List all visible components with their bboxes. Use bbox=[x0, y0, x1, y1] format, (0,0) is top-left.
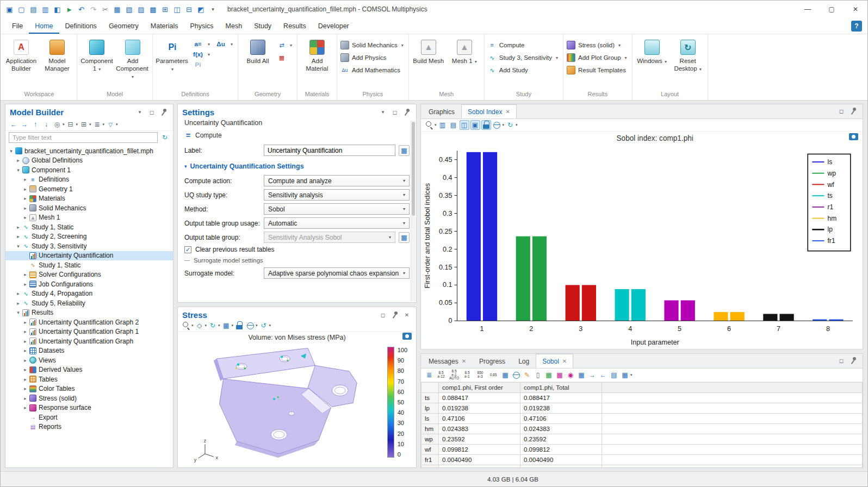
cut-icon[interactable]: ✂ bbox=[100, 3, 111, 15]
add-mathematics-icon[interactable]: Δu bbox=[340, 66, 349, 74]
model-tree-icon[interactable]: ≣ bbox=[92, 120, 102, 129]
expand-arrow-icon[interactable]: ▸ bbox=[22, 405, 29, 410]
tree-item-response-surface[interactable]: ▸Response surface bbox=[5, 403, 173, 413]
tab-sobol-index[interactable]: Sobol Index✕ bbox=[461, 104, 517, 118]
ribbon-component-1[interactable]: Component 1 ▾ bbox=[79, 36, 114, 89]
expand-arrow-icon[interactable]: ▸ bbox=[15, 301, 22, 306]
value-cell[interactable]: 0.024383 bbox=[439, 424, 520, 434]
table-row[interactable]: wf0.0998120.099812 bbox=[421, 445, 863, 455]
import-table-icon[interactable]: ← bbox=[598, 370, 608, 380]
pin-icon[interactable] bbox=[848, 106, 858, 116]
ribbon-application-builder[interactable]: AApplication Builder bbox=[4, 36, 39, 89]
ribbon-study-3-sensitivity[interactable]: ∿Study 3, Sensitivity▾ bbox=[487, 52, 561, 63]
dropdown-caret-icon[interactable]: ▾ bbox=[435, 123, 437, 127]
table-menu-icon[interactable]: ▦ bbox=[620, 370, 630, 380]
tab-log[interactable]: Log bbox=[512, 354, 536, 368]
table-icon[interactable]: ▦ bbox=[221, 321, 231, 330]
dropdown-caret-icon[interactable]: ▾ bbox=[116, 122, 118, 127]
menu-definitions[interactable]: Definitions bbox=[59, 18, 103, 34]
tree-item-study-1-static[interactable]: ▸∿Study 1, Static bbox=[5, 222, 173, 232]
rename-button[interactable]: ▦ bbox=[399, 145, 410, 156]
tree-item-solid-mechanics[interactable]: ▸Solid Mechanics bbox=[5, 203, 173, 213]
axis-frame-icon[interactable]: ▣ bbox=[470, 120, 480, 130]
dropdown-caret-icon[interactable]: ▾ bbox=[218, 323, 220, 328]
pin-icon[interactable] bbox=[159, 107, 169, 117]
menu-geometry[interactable]: Geometry bbox=[103, 18, 145, 34]
ribbon-build-all[interactable]: Build All bbox=[240, 36, 275, 89]
row-header-cell[interactable]: lp bbox=[421, 403, 439, 414]
format-e3-icon[interactable]: 850 e-3 bbox=[474, 370, 486, 380]
add-physics-icon[interactable] bbox=[340, 53, 349, 62]
solid-mechanics-icon[interactable] bbox=[340, 41, 349, 49]
row-header-cell[interactable]: hm bbox=[421, 424, 439, 434]
value-cell[interactable]: 0.23592 bbox=[439, 434, 520, 445]
tree-item-tables[interactable]: ▸Tables bbox=[5, 374, 173, 384]
zoom-table-icon[interactable]: ◩ bbox=[195, 3, 207, 15]
open-icon[interactable]: ▤ bbox=[28, 3, 39, 15]
refresh-icon[interactable]: ↻ bbox=[208, 321, 218, 330]
expand-arrow-icon[interactable]: ▸ bbox=[22, 272, 29, 277]
expand-arrow-icon[interactable]: ▸ bbox=[15, 291, 22, 296]
ribbon-solid-mechanics[interactable]: Solid Mechanics▾ bbox=[339, 40, 406, 51]
value-cell[interactable]: 0.019238 bbox=[520, 403, 602, 414]
help-button[interactable]: ? bbox=[851, 21, 862, 32]
menu-home[interactable]: Home bbox=[29, 18, 59, 34]
ribbon-result-templates[interactable]: Result Templates bbox=[566, 65, 630, 76]
tree-item-study-5-reliability[interactable]: ▸∿Study 5, Reliability bbox=[5, 298, 173, 308]
refresh-icon[interactable]: ↻ bbox=[505, 120, 515, 130]
minimize-button[interactable]: — bbox=[796, 1, 820, 18]
float-icon[interactable]: ◻ bbox=[390, 107, 400, 117]
expand-arrow-icon[interactable]: ▸ bbox=[22, 339, 29, 344]
insert-rows-icon[interactable]: ⊞ bbox=[159, 3, 171, 15]
matrix-icon[interactable]: ◫ bbox=[171, 3, 183, 15]
dropdown-caret-icon[interactable]: ▾ bbox=[191, 323, 194, 328]
format-e1-icon[interactable]: 8.5 e-1 bbox=[461, 370, 473, 380]
full-precision-icon[interactable]: ▦ bbox=[500, 370, 510, 380]
new-file-icon[interactable]: ▢ bbox=[16, 3, 27, 15]
show-icon[interactable]: ◎ bbox=[52, 120, 62, 129]
menu-mesh[interactable]: Mesh bbox=[220, 18, 249, 34]
menu-caret-icon[interactable]: ▾ bbox=[135, 107, 145, 117]
expand-arrow-icon[interactable]: ▸ bbox=[15, 224, 22, 230]
value-cell[interactable]: 0.019238 bbox=[439, 403, 520, 414]
compute-icon[interactable]: = bbox=[488, 41, 497, 49]
ribbon-reset-desktop[interactable]: ↻Reset Desktop ▾ bbox=[671, 36, 705, 89]
expand-arrow-icon[interactable]: ▸ bbox=[22, 186, 29, 192]
tree-item-job-configurations[interactable]: ▸Job Configurations bbox=[5, 279, 173, 289]
value-cell[interactable]: 0.0040490 bbox=[439, 455, 520, 465]
redo-icon[interactable]: ↷ bbox=[88, 3, 99, 15]
axis-list-icon[interactable]: ▤ bbox=[449, 120, 458, 130]
up-arrow-icon[interactable]: ↑ bbox=[30, 120, 40, 129]
row-header-cell[interactable]: wf bbox=[421, 445, 439, 455]
value-cell[interactable]: 0.0040490 bbox=[520, 455, 602, 465]
parameters-icon[interactable]: Pi bbox=[165, 40, 180, 55]
format-auto-icon[interactable]: 8.5 e-1 AUTO bbox=[448, 370, 460, 380]
ribbon-windows[interactable]: Windows ▾ bbox=[635, 36, 669, 89]
float-icon[interactable]: ◻ bbox=[147, 107, 157, 117]
tree-item-export[interactable]: →Export bbox=[5, 413, 173, 422]
table-settings-icon[interactable]: ⊟ bbox=[183, 3, 195, 15]
expand-arrow-icon[interactable]: ▸ bbox=[22, 177, 29, 182]
pin-icon[interactable] bbox=[390, 310, 400, 320]
refresh-icon[interactable]: ↻ bbox=[160, 133, 170, 142]
expand-arrow-icon[interactable]: ▸ bbox=[22, 396, 29, 401]
go-to-table-button[interactable]: ▦ bbox=[399, 232, 410, 243]
add-study-icon[interactable]: ∿ bbox=[488, 66, 497, 74]
dropdown-caret-icon[interactable]: ▾ bbox=[256, 323, 258, 328]
globe-icon[interactable] bbox=[245, 321, 255, 330]
tree-item-study-4-propagation[interactable]: ▸∿Study 4, Propagation bbox=[5, 289, 173, 299]
table-green-icon[interactable]: ▦ bbox=[544, 370, 554, 380]
table-row[interactable]: lp0.0192380.019238 bbox=[421, 403, 863, 414]
float-icon[interactable]: ◻ bbox=[836, 106, 846, 116]
expand-arrow-icon[interactable]: ▸ bbox=[22, 320, 29, 325]
value-cell[interactable]: 0.088417 bbox=[439, 393, 520, 403]
copy-table-icon[interactable]: ▦ bbox=[576, 370, 586, 380]
model-image-icon[interactable]: ◧ bbox=[52, 3, 63, 15]
tree-filter-input[interactable] bbox=[9, 132, 158, 143]
collapse-all-icon[interactable]: ⊟ bbox=[66, 120, 76, 129]
value-cell[interactable]: 0.23592 bbox=[520, 434, 602, 445]
row-header-cell[interactable]: ls bbox=[421, 414, 439, 424]
windows-icon[interactable] bbox=[644, 40, 660, 55]
add-component-icon[interactable] bbox=[125, 40, 140, 55]
close-button[interactable]: ✕ bbox=[844, 1, 867, 18]
